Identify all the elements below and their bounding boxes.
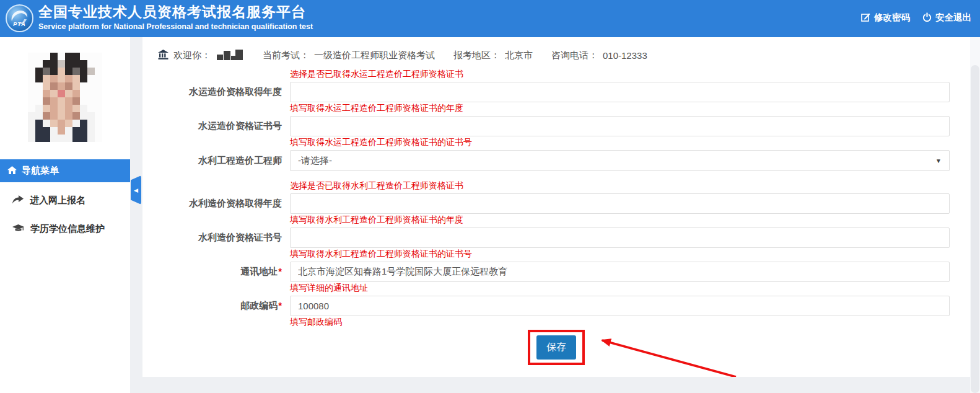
greeting-label: 欢迎你： bbox=[173, 50, 211, 61]
water-conservancy-cost-engineer-select[interactable]: -请选择-▼ bbox=[290, 150, 950, 171]
welcome-bar: 欢迎你： 当前考试： 一级造价工程师职业资格考试 报考地区： 北京市 咨询电话：… bbox=[142, 37, 970, 63]
mailing-address-input[interactable] bbox=[290, 262, 950, 282]
redacted-username bbox=[217, 48, 244, 63]
water-conservancy-cost-cert-no-hint: 填写取得水利工程造价工程师资格证书的证书号 bbox=[290, 248, 970, 259]
profile-photo bbox=[28, 53, 102, 142]
mailing-address-label: 通讯地址* bbox=[142, 266, 282, 278]
page-footer-area bbox=[142, 377, 980, 393]
pta-logo-icon: PTA bbox=[6, 4, 33, 32]
save-annotation-box: 保存 bbox=[528, 330, 585, 365]
home-icon bbox=[7, 166, 17, 176]
app-subtitle: Service platform for National Profession… bbox=[38, 22, 313, 31]
water-transport-cost-cert-no-hint: 填写取得水运工程造价工程师资格证书的证书号 bbox=[290, 136, 970, 148]
required-asterisk: * bbox=[278, 266, 282, 276]
phone-label: 咨询电话： bbox=[551, 50, 598, 61]
water-conservancy-cost-engineer-hint: 选择是否已取得水利工程造价工程师资格证书 bbox=[290, 180, 970, 191]
water-conservancy-cost-year-hint: 填写取得水利工程造价工程师资格证书的年度 bbox=[290, 214, 970, 225]
water-conservancy-cost-cert-no-label: 水利造价资格证书号 bbox=[142, 232, 282, 244]
sidebar-item-label: 进入网上报名 bbox=[30, 195, 85, 206]
water-transport-cost-year-hint: 填写取得水运工程造价工程师资格证书的年度 bbox=[290, 102, 970, 113]
water-transport-cost-year-label: 水运造价资格取得年度 bbox=[142, 86, 282, 98]
water-conservancy-cost-cert-no-input[interactable] bbox=[290, 227, 950, 248]
power-icon bbox=[922, 12, 932, 24]
vertical-scrollbar bbox=[970, 37, 980, 393]
water-transport-cost-year-input[interactable] bbox=[290, 82, 950, 102]
sidebar-nav-menu-header[interactable]: 导航菜单 bbox=[0, 159, 130, 182]
share-arrow-icon bbox=[12, 195, 24, 206]
change-password-link[interactable]: 修改密码 bbox=[861, 12, 910, 24]
postal-code-label: 邮政编码* bbox=[142, 300, 282, 312]
postal-code-hint: 填写邮政编码 bbox=[290, 316, 970, 327]
bank-icon bbox=[158, 50, 168, 61]
required-asterisk: * bbox=[278, 300, 282, 311]
logo-text: PTA bbox=[7, 21, 32, 27]
water-transport-cost-cert-no-label: 水运造价资格证书号 bbox=[142, 120, 282, 132]
content-panel: 欢迎你： 当前考试： 一级造价工程师职业资格考试 报考地区： 北京市 咨询电话：… bbox=[142, 37, 970, 377]
sidebar-item-1[interactable]: 学历学位信息维护 bbox=[0, 214, 130, 243]
form-hint-top: 选择是否已取得水运工程造价工程师资格证书 bbox=[290, 68, 970, 79]
mailing-address-hint: 填写详细的通讯地址 bbox=[290, 282, 970, 293]
save-button[interactable]: 保存 bbox=[536, 335, 576, 360]
pencil-square-icon bbox=[861, 12, 870, 24]
sidebar-item-label: 学历学位信息维护 bbox=[30, 223, 105, 235]
app-title: 全国专业技术人员资格考试报名服务平台 bbox=[38, 2, 313, 21]
chevron-down-icon: ▼ bbox=[935, 157, 942, 164]
change-password-label: 修改密码 bbox=[874, 12, 910, 24]
safe-logout-link[interactable]: 安全退出 bbox=[922, 12, 971, 24]
scrollbar-thumb[interactable] bbox=[971, 65, 979, 393]
sidebar-collapse-toggle[interactable]: ◀ bbox=[131, 175, 141, 205]
sidebar: 导航菜单 进入网上报名学历学位信息维护 bbox=[0, 37, 130, 393]
postal-code-input[interactable] bbox=[290, 296, 950, 316]
nav-menu-label: 导航菜单 bbox=[22, 165, 59, 177]
app-header: PTA 全国专业技术人员资格考试报名服务平台 Service platform … bbox=[0, 0, 980, 37]
water-conservancy-cost-year-label: 水利造价资格取得年度 bbox=[142, 198, 282, 210]
safe-logout-label: 安全退出 bbox=[935, 12, 971, 24]
registration-form: 选择是否已取得水运工程造价工程师资格证书 水运造价资格取得年度填写取得水运工程造… bbox=[142, 68, 970, 365]
phone-value: 010-12333 bbox=[603, 50, 647, 61]
region-label: 报考地区： bbox=[453, 50, 500, 61]
current-exam-value: 一级造价工程师职业资格考试 bbox=[314, 50, 435, 61]
sidebar-item-0[interactable]: 进入网上报名 bbox=[0, 186, 130, 214]
sidebar-gap bbox=[130, 37, 142, 393]
current-exam-label: 当前考试： bbox=[263, 50, 309, 61]
graduation-cap-icon bbox=[12, 224, 24, 234]
water-conservancy-cost-year-input[interactable] bbox=[290, 193, 950, 214]
water-transport-cost-cert-no-input[interactable] bbox=[290, 116, 950, 136]
selected-value: -请选择- bbox=[298, 155, 332, 167]
region-value: 北京市 bbox=[505, 50, 533, 61]
water-conservancy-cost-engineer-label: 水利工程造价工程师 bbox=[142, 155, 282, 167]
